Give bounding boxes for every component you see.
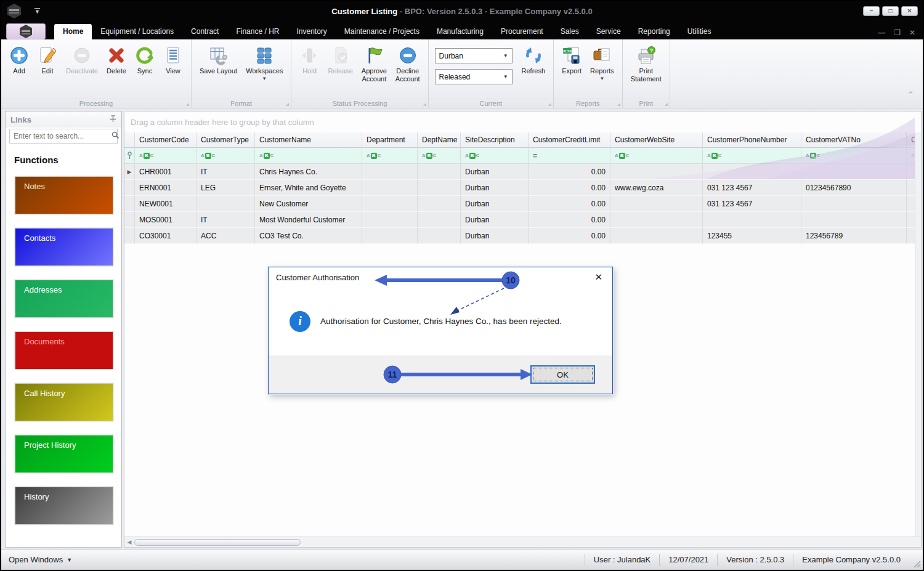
column-header-customerwebsite[interactable]: CustomerWebSite [610, 132, 703, 148]
maximize-button[interactable]: □ [882, 6, 899, 16]
filter-cell-customerwebsite[interactable]: ABC [610, 148, 703, 164]
cell-deptname[interactable] [418, 212, 461, 228]
sidebar-item-contacts[interactable]: Contacts [15, 228, 113, 266]
cell-deptname[interactable] [418, 196, 461, 212]
cell-customervatno[interactable]: 123456789 [801, 228, 907, 244]
table-row[interactable]: NEW0001New CustomerDurban0.00031 123 456… [124, 196, 921, 212]
column-header-customercreditlimit[interactable]: CustomerCreditLimit [529, 132, 610, 148]
close-button[interactable]: ✕ [901, 6, 918, 16]
filter-cell-deptname[interactable]: ABC [418, 148, 461, 164]
cell-customerwebsite[interactable] [610, 212, 703, 228]
cell-customercreditlimit[interactable]: 0.00 [529, 180, 610, 196]
ribbon-button-add[interactable]: Add [5, 43, 33, 78]
ribbon-button-workspaces[interactable]: Workspaces▼ [241, 43, 287, 84]
cell-customertype[interactable]: IT [197, 212, 255, 228]
group-expand-icon[interactable] [548, 103, 551, 106]
cell-department[interactable] [362, 196, 418, 212]
cell-customertype[interactable] [197, 196, 255, 212]
ribbon-button-refresh[interactable]: Refresh [517, 43, 550, 78]
tab-service[interactable]: Service [588, 24, 630, 39]
cell-customerwebsite[interactable] [610, 196, 703, 212]
search-input[interactable] [14, 132, 109, 140]
filter-cell-customerphonenumber[interactable]: ABC [703, 148, 801, 164]
cell-customervatno[interactable] [801, 196, 907, 212]
mdi-close-button[interactable]: ✕ [909, 28, 915, 37]
scrollbar-thumb[interactable] [134, 539, 301, 546]
cell-deptname[interactable] [418, 228, 461, 244]
ribbon-button-approve-account[interactable]: Approve Account [357, 43, 391, 85]
tab-inventory[interactable]: Inventory [288, 24, 335, 39]
cell-customername[interactable]: Ernser, White and Goyette [255, 180, 362, 196]
cell-customercreditlimit[interactable]: 0.00 [529, 228, 610, 244]
minimize-button[interactable]: – [863, 6, 880, 16]
tab-contract[interactable]: Contract [182, 24, 227, 39]
sidebar-item-call-history[interactable]: Call History [15, 383, 113, 421]
quick-access-dropdown-icon[interactable]: ▼ [34, 8, 40, 14]
cell-customertype[interactable]: LEG [197, 180, 255, 196]
table-row[interactable]: MOS0001ITMost Wonderful CustomerDurban0.… [124, 212, 921, 228]
cell-department[interactable] [362, 164, 418, 180]
sidebar-item-project-history[interactable]: Project History [15, 435, 113, 473]
scroll-left-icon[interactable]: ◀ [124, 539, 134, 545]
filter-cell-customercreditlimit[interactable]: = [529, 148, 610, 164]
tab-utilities[interactable]: Utilities [679, 24, 720, 39]
dialog-close-icon[interactable]: ✕ [592, 272, 605, 283]
cell-customername[interactable]: CO3 Test Co. [255, 228, 362, 244]
column-header-customervatno[interactable]: CustomerVATNo [801, 132, 907, 148]
cell-customertype[interactable]: ACC [197, 228, 255, 244]
tab-finance-hr[interactable]: Finance / HR [227, 24, 288, 39]
application-menu-button[interactable] [6, 23, 46, 39]
ribbon-button-edit[interactable]: Edit [33, 43, 62, 78]
filter-cell-customertype[interactable]: ABC [197, 148, 255, 164]
mdi-minimize-button[interactable]: — [878, 28, 885, 37]
cell-department[interactable] [362, 212, 418, 228]
cell-customerwebsite[interactable]: www.ewg.coza [610, 180, 703, 196]
table-row[interactable]: ERN0001LEGErnser, White and GoyetteDurba… [124, 180, 921, 196]
cell-sitedescription[interactable]: Durban [461, 228, 529, 244]
ribbon-button-delete[interactable]: Delete [102, 43, 131, 78]
cell-customervatno[interactable] [801, 212, 907, 228]
cell-customervatno[interactable]: 01234567890 [801, 180, 907, 196]
cell-sitedescription[interactable]: Durban [461, 164, 529, 180]
cell-sitedescription[interactable]: Durban [461, 180, 529, 196]
cell-customercode[interactable]: CHR0001 [135, 164, 197, 180]
tab-maintenance-projects[interactable]: Maintenance / Projects [336, 24, 428, 39]
cell-customervatno[interactable] [801, 164, 907, 180]
ribbon-collapse-icon[interactable]: ⌃ [907, 90, 914, 99]
resize-grip[interactable] [913, 560, 921, 568]
ribbon-button-print-statement[interactable]: ?Print Statement [626, 43, 666, 85]
cell-customername[interactable]: Most Wonderful Customer [255, 212, 362, 228]
column-header-customername[interactable]: CustomerName [255, 132, 362, 148]
table-row[interactable]: CO30001ACCCO3 Test Co.Durban0.0012345512… [124, 228, 921, 244]
cell-customerphonenumber[interactable]: 031 123 4567 [703, 180, 801, 196]
column-header-customertype[interactable]: CustomerType [197, 132, 255, 148]
ribbon-button-sync[interactable]: Sync [131, 43, 159, 78]
tab-sales[interactable]: Sales [552, 24, 588, 39]
cell-customerphonenumber[interactable] [703, 212, 801, 228]
cell-department[interactable] [362, 180, 418, 196]
cell-customerwebsite[interactable] [610, 228, 703, 244]
cell-customercode[interactable]: MOS0001 [135, 212, 197, 228]
sidebar-item-documents[interactable]: Documents [15, 331, 113, 370]
cell-customername[interactable]: New Customer [255, 196, 362, 212]
cell-sitedescription[interactable]: Durban [461, 196, 529, 212]
table-row[interactable]: ▶CHR0001ITChris Haynes Co.Durban0.00 [124, 164, 921, 180]
filter-cell-customername[interactable]: ABC [255, 148, 362, 164]
ok-button[interactable]: OK [530, 365, 595, 384]
cell-department[interactable] [362, 228, 418, 244]
cell-customerphonenumber[interactable] [703, 164, 801, 180]
filter-cell-customervatno[interactable]: ABC [801, 148, 907, 164]
mdi-restore-button[interactable]: ❐ [894, 28, 901, 37]
sidebar-item-history[interactable]: History [15, 487, 113, 525]
column-header-customercode[interactable]: CustomerCode [135, 132, 197, 148]
pin-icon[interactable] [110, 115, 116, 124]
open-windows-button[interactable]: Open Windows▼ [9, 555, 72, 564]
cell-customercreditlimit[interactable]: 0.00 [529, 196, 610, 212]
vertical-scrollbar[interactable] [915, 132, 921, 537]
ribbon-button-export[interactable]: XLSXExport [557, 43, 586, 78]
cell-customertype[interactable]: IT [197, 164, 255, 180]
column-header-sitedescription[interactable]: SiteDescription [461, 132, 529, 148]
tab-manufacturing[interactable]: Manufacturing [428, 24, 492, 39]
column-header-deptname[interactable]: DeptName [418, 132, 461, 148]
group-expand-icon[interactable] [286, 103, 289, 106]
